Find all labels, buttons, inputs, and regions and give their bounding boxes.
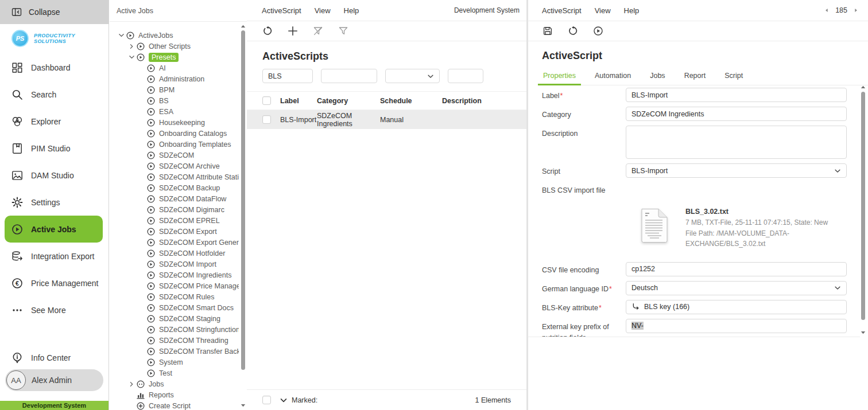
settings-icon: [11, 197, 23, 208]
expander-right-icon[interactable]: [127, 380, 136, 389]
tree-item-sdzecom-price-management[interactable]: SDZeCOM Price Management: [110, 280, 239, 291]
detail-scrollbar-thumb[interactable]: [861, 92, 865, 320]
chevron-down-icon[interactable]: [279, 396, 288, 405]
save-button[interactable]: [542, 26, 553, 36]
tree-item-sdzecom-export[interactable]: SDZeCOM Export: [110, 226, 239, 237]
tree-item-presets[interactable]: Presets: [110, 52, 239, 63]
next-record-icon[interactable]: [853, 7, 859, 13]
category-input[interactable]: [626, 107, 847, 121]
sidebar-item-explorer[interactable]: Explorer: [0, 108, 108, 135]
prefix-input[interactable]: NV-: [626, 319, 847, 333]
collapse-button[interactable]: Collapse: [0, 0, 108, 24]
filter-button[interactable]: [338, 26, 348, 36]
sidebar-item-info-center[interactable]: Info Center: [0, 344, 108, 371]
tree-item-test[interactable]: Test: [110, 368, 239, 378]
tree-item-onboarding-catalogs[interactable]: Onboarding Catalogs: [110, 128, 239, 139]
play-circle-icon: [146, 96, 156, 106]
refresh-button[interactable]: [262, 26, 273, 36]
sidebar-item-see-more[interactable]: See More: [0, 296, 108, 323]
row-checkbox[interactable]: [262, 115, 271, 124]
tree-item-sdzecom[interactable]: SDZeCOM: [110, 150, 239, 161]
scroll-up-icon[interactable]: [239, 23, 247, 30]
filter-description-input[interactable]: [448, 69, 483, 83]
tree-item-sdzecom-digimarc[interactable]: SDZeCOM Digimarc: [110, 204, 239, 215]
tree-item-sdzecom-smart-docs[interactable]: SDZeCOM Smart Docs: [110, 302, 239, 313]
run-button[interactable]: [593, 26, 603, 36]
tree-item-ai[interactable]: AI: [110, 63, 239, 73]
tree-item-sdzecom-import[interactable]: SDZeCOM Import: [110, 259, 239, 270]
filter-label-input[interactable]: [262, 69, 313, 83]
tree-item-other-scripts[interactable]: Other Scripts: [110, 41, 239, 52]
label-input[interactable]: [626, 88, 847, 102]
tree-scrollbar-thumb[interactable]: [241, 30, 245, 370]
expander-spacer: [137, 96, 146, 106]
script-select[interactable]: BLS-Import: [626, 163, 847, 178]
sidebar-item-price-management[interactable]: € Price Management: [0, 270, 108, 296]
play-circle-icon: [146, 151, 156, 160]
tree-item-sdzecom-attribute-statistics[interactable]: SDZeCOM Attribute Statistics: [110, 171, 239, 182]
sidebar-item-pim-studio[interactable]: PIM Studio: [0, 135, 108, 162]
marked-checkbox[interactable]: [262, 396, 271, 404]
tree-item-system[interactable]: System: [110, 357, 239, 368]
filter-clear-button[interactable]: [313, 26, 323, 36]
scroll-down-icon[interactable]: [239, 402, 247, 409]
tree-item-sdzecom-hotfolder[interactable]: SDZeCOM Hotfolder: [110, 248, 239, 259]
tree-item-housekeeping[interactable]: Housekeeping: [110, 117, 239, 128]
tree-item-jobs[interactable]: Jobs: [110, 378, 239, 389]
detail-scrollbar[interactable]: [859, 84, 867, 336]
sidebar-item-settings[interactable]: Settings: [0, 189, 108, 216]
encoding-input[interactable]: [626, 262, 847, 276]
tree-item-activejobs[interactable]: ActiveJobs: [110, 30, 239, 41]
select-all-checkbox[interactable]: [262, 96, 271, 105]
expander-spacer: [137, 369, 146, 378]
file-path: File Path: /MAM-VOLUME_DATA-EXCHANGE/BLS…: [685, 228, 860, 249]
menu-activescript[interactable]: ActiveScript: [542, 6, 582, 15]
tree-item-sdzecom-backup[interactable]: SDZeCOM Backup: [110, 182, 239, 193]
sidebar-item-integration-export[interactable]: Integration Export: [0, 243, 108, 270]
tree-item-bs[interactable]: BS: [110, 95, 239, 106]
sidebar-item-active-jobs[interactable]: Active Jobs: [5, 216, 103, 243]
tree-item-sdzecom-export-generic-docs[interactable]: SDZeCOM Export Generic Docs: [110, 237, 239, 248]
menu-help[interactable]: Help: [624, 6, 640, 15]
tree-item-sdzecom-dataflow[interactable]: SDZeCOM DataFlow: [110, 193, 239, 204]
tree-item-sdzecom-eprel[interactable]: SDZeCOM EPREL: [110, 215, 239, 226]
tree-item-sdzecom-stringfunctions[interactable]: SDZeCOM Stringfunctions: [110, 324, 239, 335]
expander-down-icon[interactable]: [127, 53, 136, 62]
tree-item-sdzecom-rules[interactable]: SDZeCOM Rules: [110, 291, 239, 302]
expander-right-icon[interactable]: [127, 42, 136, 51]
user-menu[interactable]: AA Alex Admin: [5, 369, 103, 391]
menu-help[interactable]: Help: [344, 6, 359, 15]
tree-item-onboarding-templates[interactable]: Onboarding Templates: [110, 139, 239, 150]
tree-item-create-script[interactable]: Create Script: [110, 400, 239, 410]
menu-activescript[interactable]: ActiveScript: [262, 6, 301, 15]
previous-record-icon[interactable]: [824, 7, 830, 13]
menu-view[interactable]: View: [315, 6, 331, 15]
tree-item-sdzecom-staging[interactable]: SDZeCOM Staging: [110, 313, 239, 324]
reports-icon: [136, 391, 145, 400]
expander-down-icon[interactable]: [117, 31, 126, 40]
tree-item-bpm[interactable]: BPM: [110, 84, 239, 95]
tree-scrollbar[interactable]: [239, 23, 247, 409]
menu-view[interactable]: View: [595, 6, 611, 15]
add-button[interactable]: [288, 26, 298, 36]
tree-item-administration[interactable]: Administration: [110, 73, 239, 84]
language-select[interactable]: Deutsch: [626, 281, 847, 295]
tree-item-sdzecom-threading[interactable]: SDZeCOM Threading: [110, 335, 239, 346]
bls-key-attribute-field[interactable]: BLS key (166): [626, 300, 847, 314]
description-textarea[interactable]: [626, 126, 847, 159]
refresh-button[interactable]: [568, 26, 578, 36]
tree-item-sdzecom-ingredients[interactable]: SDZeCOM Ingredients: [110, 270, 239, 280]
sidebar-item-search[interactable]: Search: [0, 81, 108, 108]
tree-item-sdzecom-archive[interactable]: SDZeCOM Archive: [110, 161, 239, 171]
table-row[interactable]: BLS-Import SDZeCOM Ingredients Manual: [247, 110, 526, 129]
sidebar-item-dam-studio[interactable]: DAM Studio: [0, 162, 108, 189]
tree-item-reports[interactable]: Reports: [110, 389, 239, 400]
file-attachment[interactable]: BLS_3.02.txt 7 MB, TXT-File, 25-11-11 07…: [640, 205, 860, 249]
filter-category-input[interactable]: [321, 69, 377, 83]
filter-schedule-select[interactable]: [385, 69, 440, 83]
scroll-up-icon[interactable]: [859, 84, 867, 91]
tree-item-sdzecom-transfer-backup[interactable]: SDZeCOM Transfer Backup: [110, 346, 239, 357]
scroll-down-icon[interactable]: [859, 329, 867, 336]
sidebar-item-dashboard[interactable]: Dashboard: [0, 54, 108, 81]
tree-item-esa[interactable]: ESA: [110, 106, 239, 117]
